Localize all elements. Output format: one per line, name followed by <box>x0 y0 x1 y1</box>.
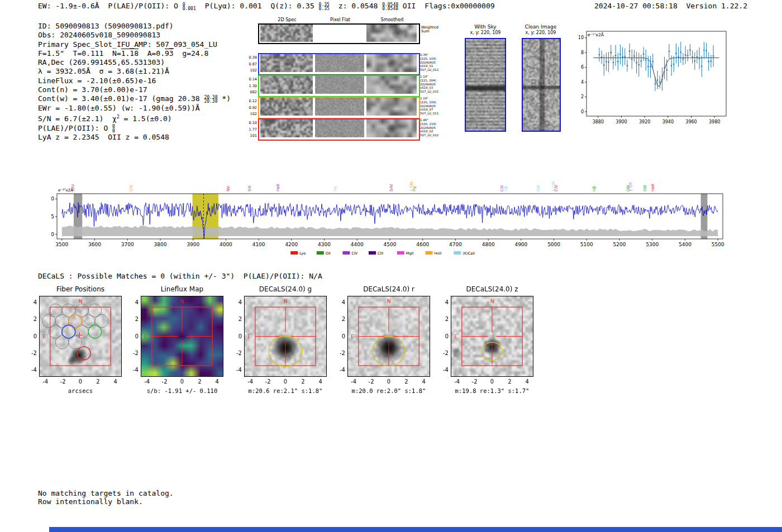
pixelflat-fiber-image <box>315 76 364 94</box>
xtick-label: -4 <box>39 378 52 385</box>
ytick-label: 2 <box>434 316 449 322</box>
xtick-label: -2 <box>365 378 378 385</box>
xtick-label: -2 <box>158 378 171 385</box>
info-line: λ = 3932.05Å σ = 3.68(±1.21)Å <box>38 67 231 76</box>
smoothed-fiber-image <box>366 119 417 137</box>
cutout-panel-g: DECaLS(24.0) gNE420-2-4-4-2024m:20.6 re:… <box>227 282 344 402</box>
svg-text:CIV: CIV <box>351 251 357 256</box>
ytick-label: -4 <box>331 367 345 373</box>
info-line: Cont(n) = 3.70(±0.00)e-17 <box>38 85 231 94</box>
xtick-label: -4 <box>450 378 464 385</box>
cutout-overlay-lineflux: NE <box>141 296 223 377</box>
svg-text:(K)CaII: (K)CaII <box>462 251 475 256</box>
svg-text:4000: 4000 <box>220 242 232 247</box>
xtick-label: 2 <box>296 378 309 385</box>
col-header-2dspec: 2D Spec <box>260 17 314 22</box>
svg-text:4500: 4500 <box>384 242 397 247</box>
svg-text:Hγ: Hγ <box>333 186 337 191</box>
svg-text:E: E <box>144 334 147 339</box>
svg-text:SiII: SiII <box>247 185 252 191</box>
ytick-label: 0 <box>22 333 37 339</box>
svg-text:Hβ: Hβ <box>592 186 597 191</box>
info-line: P(LAE)/P(OII): O 00 <box>38 124 231 133</box>
fiber-row-meta: 1.19"(221, 284)20240605v018_03507_LU_031 <box>420 75 449 94</box>
svg-text:HeII: HeII <box>651 184 655 191</box>
svg-text:5500: 5500 <box>712 242 724 247</box>
cutout-title-lineflux: Lineflux Map <box>141 285 223 293</box>
svg-text:SiIV: SiIV <box>71 184 75 191</box>
elixer-report-page: EW: -1.9±-0.6ÅP(LAE)/P(OII): O 00.001P(L… <box>0 0 782 532</box>
header-datetime: 2024-10-27 00:58:18 Version 1.22.2 <box>594 2 747 10</box>
svg-text:8: 8 <box>581 50 584 55</box>
xtick-label: -4 <box>347 378 360 385</box>
svg-text:4200: 4200 <box>285 242 298 247</box>
xtick-label: 2 <box>503 378 516 385</box>
cutout-title-z: DECaLS(24.0) z <box>451 285 533 293</box>
svg-text:SiIV: SiIV <box>389 184 394 191</box>
info-line: S/N = 6.7(±2.1) χ2 = 1.5(±0.0) <box>38 113 231 124</box>
svg-text:3980: 3980 <box>709 119 720 124</box>
svg-text:4600: 4600 <box>416 242 429 247</box>
xtick-label: -4 <box>140 378 154 385</box>
fiber-row-meta: 1.19"(220, 109)20240605v018_07507_LU_011 <box>420 97 449 116</box>
svg-text:4100: 4100 <box>252 242 265 247</box>
xtick-label: 4 <box>314 378 327 385</box>
xtick-label: 2 <box>193 378 206 385</box>
svg-text:CIII: CIII <box>378 251 383 256</box>
ytick-label: 4 <box>124 299 139 305</box>
svg-text:0: 0 <box>581 109 584 114</box>
cutout-title-g: DECaLS(24.0) g <box>244 285 327 293</box>
svg-text:MgII: MgII <box>406 251 414 256</box>
ytick-label: 0 <box>331 333 345 339</box>
fiber-row-meta: 0.36"(220, 109)20240605v018_01507_LU_011 <box>420 53 449 72</box>
svg-text:4300: 4300 <box>318 242 331 247</box>
svg-text:Hβ: Hβ <box>504 186 508 191</box>
cutout-overlay-g: NE <box>244 296 327 377</box>
xtick-label: 2 <box>399 378 413 385</box>
svg-text:3900: 3900 <box>187 242 199 247</box>
line-fit-plot: 3880390039203940396039800246810e⁻¹⁷x2Å <box>579 28 731 131</box>
cutout-title-fiber: Fiber Positions <box>39 285 122 293</box>
ytick-label: 2 <box>331 316 345 322</box>
svg-text:OII: OII <box>326 251 331 256</box>
svg-text:3800: 3800 <box>154 242 167 247</box>
ytick-label: -2 <box>331 350 345 356</box>
svg-text:e⁻¹⁷x2Å: e⁻¹⁷x2Å <box>588 32 604 37</box>
pixelflat-fiber-image <box>315 54 364 72</box>
ytick-label: 4 <box>331 299 345 305</box>
weighted-sum-label: Weighted Sum <box>421 26 446 33</box>
clean-image <box>523 39 560 131</box>
fiber-row-weights: 0.141.30082 <box>240 76 257 96</box>
cutout-overlay-fiber: NE <box>39 296 122 377</box>
cutout-caption-r: m:20.0 re:2.0" s:1.8" <box>336 387 441 394</box>
full-spectrum-plot: 3500360037003800390040004100420043004400… <box>51 150 732 261</box>
xtick-label: 4 <box>521 378 534 385</box>
cutout-caption-g: m:20.6 re:2.1" s:1.8" <box>233 387 338 394</box>
xtick-label: -2 <box>56 378 70 385</box>
svg-text:N: N <box>387 299 391 304</box>
svg-text:3940: 3940 <box>662 119 674 124</box>
svg-text:4: 4 <box>581 80 584 85</box>
xtick-label: 0 <box>485 378 499 385</box>
svg-text:6: 6 <box>581 65 584 70</box>
with-sky-title: With Sky <box>458 24 513 30</box>
svg-text:N: N <box>180 299 184 304</box>
ytick-label: 0 <box>124 333 139 339</box>
info-line: LineFlux = -2.10(±0.65)e-16 <box>38 76 231 85</box>
svg-text:Lyα: Lyα <box>299 251 306 256</box>
ytick-label: 2 <box>124 316 139 322</box>
svg-text:5100: 5100 <box>580 242 593 247</box>
fiber-row-weights: 0.120.92102 <box>240 98 257 118</box>
smoothed-fiber-image <box>366 98 417 116</box>
ytick-label: -4 <box>434 367 449 373</box>
info-line: Obs: 20240605v018_5090090813 <box>38 31 231 40</box>
decals-match-header: DECaLS : Possible Matches = 0 (within +/… <box>38 272 322 280</box>
svg-text:4900: 4900 <box>514 242 527 247</box>
smoothed-fiber-image <box>366 76 417 94</box>
ytick-label: -2 <box>227 350 242 356</box>
svg-text:NV: NV <box>226 186 231 191</box>
ytick-label: 4 <box>22 299 37 305</box>
ytick-label: 4 <box>227 299 242 305</box>
svg-text:3880: 3880 <box>593 119 604 124</box>
svg-text:E: E <box>247 334 251 339</box>
